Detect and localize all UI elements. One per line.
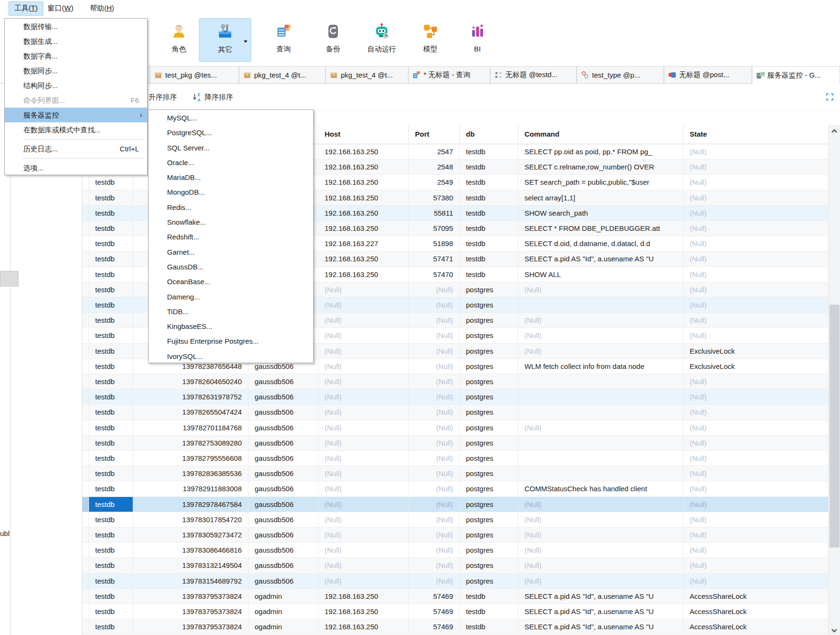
cell-pid[interactable]: 139783795373824 bbox=[133, 589, 248, 604]
cell-state[interactable]: (Null) bbox=[683, 267, 829, 282]
cell-sel[interactable] bbox=[82, 405, 89, 419]
cell-sel[interactable] bbox=[82, 389, 89, 404]
cell-db[interactable]: postgres bbox=[460, 359, 518, 374]
cell-state[interactable]: AccessShareLock bbox=[683, 589, 829, 604]
grid-row-16[interactable]: testdb139782604650240gaussdb506(Null)(Nu… bbox=[82, 374, 829, 389]
cell-c1[interactable]: testdb bbox=[89, 251, 133, 266]
cell-port[interactable]: (Null) bbox=[409, 497, 460, 512]
cell-db[interactable]: testdb bbox=[460, 159, 518, 174]
cell-state[interactable]: (Null) bbox=[683, 144, 829, 159]
cell-sel[interactable] bbox=[82, 497, 89, 512]
cell-db[interactable]: postgres bbox=[460, 466, 518, 481]
cell-host[interactable]: (Null) bbox=[318, 405, 409, 419]
submenu-item-fujitsuenterprisepostgres[interactable]: Fujitsu Enterprise Postgres... bbox=[148, 334, 313, 348]
menu-item-7[interactable]: 在数据库或模式中查找... bbox=[5, 122, 147, 137]
cell-host[interactable]: 192.168.163.250 bbox=[318, 619, 409, 634]
menu-item-0[interactable]: 数据传输... bbox=[5, 19, 147, 34]
cell-host[interactable]: (Null) bbox=[318, 374, 409, 389]
cell-c1[interactable]: testdb bbox=[89, 236, 133, 251]
cell-state[interactable]: (Null) bbox=[683, 190, 829, 205]
cell-user[interactable]: gaussdb506 bbox=[248, 466, 318, 481]
cell-user[interactable]: gaussdb506 bbox=[248, 420, 318, 435]
cell-port[interactable]: (Null) bbox=[409, 466, 460, 481]
cell-state[interactable]: (Null) bbox=[683, 282, 829, 297]
cell-c1[interactable]: testdb bbox=[89, 359, 133, 374]
grid-row-27[interactable]: testdb139783086466816gaussdb506(Null)(Nu… bbox=[82, 543, 829, 558]
cell-state[interactable]: (Null) bbox=[683, 251, 829, 266]
cell-port[interactable]: 2548 bbox=[409, 159, 460, 174]
cell-c1[interactable]: testdb bbox=[89, 497, 133, 512]
cell-command[interactable] bbox=[518, 374, 683, 389]
cell-c1[interactable]: testdb bbox=[89, 344, 133, 358]
cell-pid[interactable]: 139783154689792 bbox=[133, 574, 248, 588]
cell-port[interactable]: (Null) bbox=[409, 282, 460, 297]
cell-db[interactable]: postgres bbox=[460, 543, 518, 557]
cell-host[interactable]: 192.168.163.250 bbox=[318, 267, 409, 282]
cell-sel[interactable] bbox=[82, 512, 89, 527]
cell-port[interactable]: 57095 bbox=[409, 221, 460, 236]
cell-state[interactable]: (Null) bbox=[683, 436, 829, 450]
submenu-item-mongodb[interactable]: MongoDB... bbox=[148, 185, 313, 199]
cell-host[interactable]: (Null) bbox=[318, 512, 409, 527]
cell-sel[interactable] bbox=[82, 589, 89, 604]
cell-user[interactable]: gaussdb506 bbox=[248, 574, 318, 588]
cell-db[interactable]: testdb bbox=[460, 267, 518, 282]
cell-port[interactable]: (Null) bbox=[409, 344, 460, 358]
cell-port[interactable]: (Null) bbox=[409, 436, 460, 450]
cell-pid[interactable]: 139783795373824 bbox=[133, 619, 248, 634]
cell-c1[interactable]: testdb bbox=[89, 313, 133, 327]
cell-db[interactable]: testdb bbox=[460, 221, 518, 236]
submenu-item-kingbasees[interactable]: KingbaseES... bbox=[148, 319, 313, 334]
cell-state[interactable]: (Null) bbox=[683, 497, 829, 512]
menubar-item-window[interactable]: 窗口(W) bbox=[42, 1, 79, 15]
cell-pid[interactable]: 139782753089280 bbox=[133, 436, 248, 450]
grid-row-18[interactable]: testdb139782655047424gaussdb506(Null)(Nu… bbox=[82, 405, 829, 420]
dropdown-arrow-icon[interactable] bbox=[244, 40, 247, 43]
submenu-item-tidb[interactable]: TiDB... bbox=[148, 304, 313, 319]
grid-header-command[interactable]: Command bbox=[518, 125, 683, 144]
cell-command[interactable]: SELECT a.pid AS "Id", a.usename AS "U bbox=[518, 589, 683, 604]
cell-command[interactable]: (Null) bbox=[518, 497, 683, 512]
cell-host[interactable]: (Null) bbox=[318, 344, 409, 358]
cell-state[interactable]: (Null) bbox=[683, 206, 829, 220]
cell-c1[interactable]: testdb bbox=[89, 374, 133, 389]
grid-row-19[interactable]: testdb139782701184768gaussdb506(Null)(Nu… bbox=[82, 420, 829, 436]
cell-command[interactable]: (Null) bbox=[518, 527, 683, 542]
cell-db[interactable]: postgres bbox=[460, 527, 518, 542]
cell-command[interactable]: SELECT a.pid AS "Id", a.usename AS "U bbox=[518, 251, 683, 266]
cell-host[interactable]: (Null) bbox=[318, 359, 409, 374]
cell-port[interactable]: 55811 bbox=[409, 206, 460, 220]
submenu-item-mariadb[interactable]: MariaDB... bbox=[148, 170, 313, 185]
cell-c1[interactable]: testdb bbox=[89, 389, 133, 404]
cell-command[interactable]: SELECT pp.oid as poid, pp.* FROM pg_ bbox=[518, 144, 683, 159]
cell-port[interactable]: (Null) bbox=[409, 574, 460, 588]
cell-pid[interactable]: 139782795556608 bbox=[133, 451, 248, 466]
cell-command[interactable]: (Null) bbox=[518, 420, 683, 435]
grid-row-26[interactable]: testdb139783059273472gaussdb506(Null)(Nu… bbox=[82, 527, 829, 543]
cell-sel[interactable] bbox=[82, 527, 89, 542]
cell-sel[interactable] bbox=[82, 298, 89, 312]
cell-host[interactable]: 192.168.163.250 bbox=[318, 159, 409, 174]
grid-row-31[interactable]: testdb139783795373824ogadmin192.168.163.… bbox=[82, 604, 829, 619]
cell-state[interactable]: (Null) bbox=[683, 159, 829, 174]
cell-pid[interactable]: 139783086466816 bbox=[133, 543, 248, 557]
cell-sel[interactable] bbox=[82, 451, 89, 466]
cell-state[interactable]: ExclusiveLock bbox=[683, 344, 829, 358]
cell-host[interactable]: (Null) bbox=[318, 543, 409, 557]
cell-db[interactable]: postgres bbox=[460, 574, 518, 588]
cell-host[interactable]: (Null) bbox=[318, 558, 409, 573]
cell-state[interactable]: (Null) bbox=[683, 512, 829, 527]
toolbar-button-model[interactable]: 模型 bbox=[412, 18, 449, 61]
submenu-item-ivorysql[interactable]: IvorySQL... bbox=[148, 349, 313, 364]
cell-sel[interactable] bbox=[82, 344, 89, 358]
cell-host[interactable]: (Null) bbox=[318, 497, 409, 512]
cell-command[interactable]: SET search_path = public,public,"$user bbox=[518, 175, 683, 189]
vertical-scrollbar[interactable] bbox=[828, 125, 840, 635]
cell-pid[interactable]: 139783059273472 bbox=[133, 527, 248, 542]
cell-db[interactable]: postgres bbox=[460, 344, 518, 358]
tab-6[interactable]: test_type @p... bbox=[577, 66, 664, 83]
cell-port[interactable]: (Null) bbox=[409, 405, 460, 419]
cell-user[interactable]: gaussdb506 bbox=[248, 374, 318, 389]
cell-command[interactable]: SELECT c.relname,row_number() OVER bbox=[518, 159, 683, 174]
cell-state[interactable]: AccessShareLock bbox=[683, 604, 829, 619]
